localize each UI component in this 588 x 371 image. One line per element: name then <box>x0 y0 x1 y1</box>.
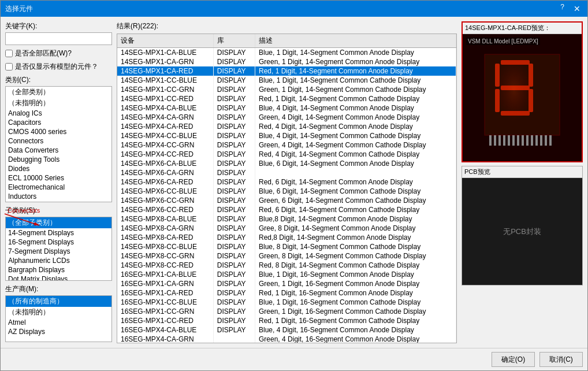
table-row[interactable]: 16SEG-MPX1-CC-GRNDISPLAYGreen, 1 Digit, … <box>117 307 456 316</box>
cancel-button[interactable]: 取消(C) <box>539 352 583 367</box>
table-row[interactable]: 14SEG-MPX6-CA-GRNDISPLAY <box>117 168 456 177</box>
table-row[interactable]: 14SEG-MPX8-CC-REDDISPLAYRed, 8 Digit, 14… <box>117 261 456 270</box>
table-row[interactable]: 14SEG-MPX4-CC-GRNDISPLAYGreen, 4 Digit, … <box>117 140 456 150</box>
category-item[interactable]: Analog ICs <box>6 109 111 118</box>
subcategory-item[interactable]: （全部子类别） <box>6 217 111 228</box>
left-panel: 关键字(K): 是否全部匹配(W)? 是否仅显示有模型的元件？ 类别(C): （… <box>5 21 112 343</box>
table-row[interactable]: 14SEG-MPX8-CA-GRNDISPLAYGree, 8 Digit, 1… <box>117 224 456 233</box>
category-section: 类别(C): （全部类别）（未指明的）Analog ICsCapacitorsC… <box>5 75 112 202</box>
table-row[interactable]: 14SEG-MPX1-CC-BLUEDISPLAYBlue, 1 Digit, … <box>117 76 456 85</box>
cell-device: 14SEG-MPX4-CC-RED <box>117 150 213 159</box>
table-row[interactable]: 14SEG-MPX4-CA-REDDISPLAYRed, 4 Digit, 14… <box>117 122 456 131</box>
svg-rect-23 <box>496 59 532 121</box>
subcategory-item[interactable]: Dot Matrix Displays <box>6 274 111 281</box>
svg-rect-19 <box>535 135 538 146</box>
subcategory-item[interactable]: 16-Segment Displays <box>6 238 111 247</box>
category-item[interactable]: Laplace Primitives <box>6 201 111 202</box>
cell-device: 16SEG-MPX4-CA-BLUE <box>117 325 213 335</box>
table-row[interactable]: 14SEG-MPX1-CA-GRNDISPLAYGreen, 1 Digit, … <box>117 57 456 66</box>
cell-desc: Green, 4 Digit, 14-Segment Common Cathod… <box>255 140 456 150</box>
table-row[interactable]: 14SEG-MPX6-CA-BLUEDISPLAYBlue, 6 Digit, … <box>117 159 456 168</box>
cell-desc: Red, 1 Digit, 16-Segment Common Anode Di… <box>255 288 456 298</box>
table-row[interactable]: 14SEG-MPX1-CC-REDDISPLAYRed, 1 Digit, 14… <box>117 94 456 103</box>
table-row[interactable]: 14SEG-MPX1-CA-REDDISPLAYRed, 1 Digit, 14… <box>117 66 456 76</box>
cell-lib: DISPLAY <box>213 196 255 205</box>
table-row[interactable]: 16SEG-MPX1-CC-BLUEDISPLAYBlue, 1 Digit, … <box>117 298 456 307</box>
cell-lib: DISPLAY <box>213 325 255 335</box>
table-row[interactable]: 14SEG-MPX8-CC-BLUEDISPLAYBlue, 8 Digit, … <box>117 242 456 251</box>
table-row[interactable]: 14SEG-MPX8-CA-REDDISPLAYRed,8 Digit, 14-… <box>117 233 456 242</box>
table-row[interactable]: 14SEG-MPX8-CC-GRNDISPLAYGreen, 8 Digit, … <box>117 251 456 261</box>
cell-device: 14SEG-MPX4-CA-RED <box>117 122 213 131</box>
subcategory-item[interactable]: Alphanumeric LCDs <box>6 256 111 265</box>
category-listbox[interactable]: （全部类别）（未指明的）Analog ICsCapacitorsCMOS 400… <box>5 86 112 202</box>
table-row[interactable]: 16SEG-MPX4-CA-BLUEDISPLAYBlue, 4 Digit, … <box>117 325 456 335</box>
table-row[interactable]: 16SEG-MPX1-CA-GRNDISPLAYGreen, 1 Digit, … <box>117 279 456 288</box>
cell-device: 16SEG-MPX4-CA-GRN <box>117 335 213 343</box>
table-row[interactable]: 16SEG-MPX1-CA-REDDISPLAYRed, 1 Digit, 16… <box>117 288 456 298</box>
cell-lib: DISPLAY <box>213 224 255 233</box>
cell-lib: DISPLAY <box>213 177 255 187</box>
table-row[interactable]: 14SEG-MPX4-CC-REDDISPLAYRed, 4 Digit, 14… <box>117 150 456 159</box>
category-item[interactable]: Connectors <box>6 136 111 146</box>
cell-lib: DISPLAY <box>213 131 255 140</box>
manufacturer-item[interactable]: （所有的制造商） <box>6 296 111 307</box>
table-row[interactable]: 14SEG-MPX1-CC-GRNDISPLAYGreen, 1 Digit, … <box>117 85 456 94</box>
table-row[interactable]: 16SEG-MPX1-CA-BLUEDISPLAYBlue, 1 Digit, … <box>117 270 456 279</box>
checkbox2[interactable] <box>5 63 13 71</box>
manufacturer-item[interactable]: AZ Displays <box>6 327 111 336</box>
subcategory-item[interactable]: 7-Segment Displays <box>6 247 111 256</box>
table-row[interactable]: 14SEG-MPX4-CA-BLUEDISPLAYBlue, 4 Digit, … <box>117 103 456 113</box>
manufacturer-item[interactable]: Atmel <box>6 318 111 327</box>
subcategory-listbox[interactable]: （全部子类别）14-Segment Displays16-Segment Dis… <box>5 217 112 281</box>
cell-lib: DISPLAY <box>213 159 255 168</box>
keyword-input[interactable] <box>5 32 112 45</box>
table-row[interactable]: 14SEG-MPX4-CC-BLUEDISPLAYBlue, 4 Digit, … <box>117 131 456 140</box>
category-item[interactable]: Electromechanical <box>6 183 111 192</box>
category-item[interactable]: ECL 10000 Series <box>6 173 111 183</box>
cell-device: 14SEG-MPX8-CA-RED <box>117 233 213 242</box>
table-row[interactable]: 14SEG-MPX4-CA-GRNDISPLAYGreen, 4 Digit, … <box>117 113 456 122</box>
category-item[interactable]: Capacitors <box>6 118 111 127</box>
component-preview-section: 14SEG-MPX1-CA-RED预览： VSM DLL Model [LEDM… <box>462 21 583 162</box>
category-item[interactable]: （未指明的） <box>6 98 111 109</box>
subcategory-item[interactable]: Bargraph Displays <box>6 265 111 274</box>
subcategory-item[interactable]: 14-Segment Displays <box>6 228 111 238</box>
category-item[interactable]: Inductors <box>6 192 111 201</box>
checkbox1[interactable] <box>5 50 13 57</box>
close-button[interactable]: ✕ <box>571 3 583 14</box>
preview-image: VSM DLL Model [LEDMPX] <box>463 34 582 161</box>
category-item[interactable]: CMOS 4000 series <box>6 127 111 136</box>
help-button[interactable]: ? <box>560 3 564 14</box>
manufacturer-item[interactable]: （未指明的） <box>6 307 111 318</box>
cell-desc: Blue,8 Digit, 14-Segment Common Anode Di… <box>255 214 456 224</box>
table-row[interactable]: 14SEG-MPX6-CC-REDDISPLAYRed, 6 Digit, 14… <box>117 205 456 214</box>
cell-lib: DISPLAY <box>213 140 255 150</box>
cell-device: 14SEG-MPX8-CC-RED <box>117 261 213 270</box>
table-row[interactable]: 14SEG-MPX6-CA-REDDISPLAYRed, 6 Digit, 14… <box>117 177 456 187</box>
results-table-container[interactable]: 设备 库 描述 14SEG-MPX1-CA-BLUEDISPLAYBlue, 1… <box>117 34 457 343</box>
category-item[interactable]: Diodes <box>6 164 111 173</box>
cell-lib: DISPLAY <box>213 168 255 177</box>
cell-desc: Red, 4 Digit, 14-Segment Common Cathode … <box>255 150 456 159</box>
table-row[interactable]: 14SEG-MPX1-CA-BLUEDISPLAYBlue, 1 Digit, … <box>117 48 456 58</box>
table-row[interactable]: 14SEG-MPX6-CC-GRNDISPLAYGreen, 6 Digit, … <box>117 196 456 205</box>
preview-title: 14SEG-MPX1-CA-RED预览： <box>463 23 582 34</box>
table-row[interactable]: 14SEG-MPX8-CA-BLUEDISPLAYBlue,8 Digit, 1… <box>117 214 456 224</box>
table-row[interactable]: 16SEG-MPX1-CC-REDDISPLAYRed, 1 Digit, 16… <box>117 316 456 325</box>
svg-rect-9 <box>489 135 492 146</box>
cell-device: 14SEG-MPX1-CC-GRN <box>117 85 213 94</box>
category-item[interactable]: Data Converters <box>6 146 111 155</box>
category-item[interactable]: Debugging Tools <box>6 155 111 164</box>
vsm-label: VSM DLL Model [LEDMPX] <box>466 38 540 45</box>
table-row[interactable]: 16SEG-MPX4-CA-GRNGreen, 4 Digit, 16-Segm… <box>117 335 456 343</box>
table-row[interactable]: 14SEG-MPX6-CC-BLUEDISPLAYBlue, 6 Digit, … <box>117 187 456 196</box>
select-component-dialog: 选择元件 ? ✕ 关键字(K): 是否全部匹配(W)? 是否仅显示有模型的元件？ <box>0 0 588 371</box>
cell-device: 16SEG-MPX1-CC-BLUE <box>117 298 213 307</box>
category-item[interactable]: （全部类别） <box>6 87 111 98</box>
checkbox1-row: 是否全部匹配(W)? <box>5 49 112 58</box>
ok-button[interactable]: 确定(O) <box>492 352 535 367</box>
cell-lib: DISPLAY <box>213 103 255 113</box>
manufacturer-listbox[interactable]: （所有的制造商）（未指明的）AtmelAZ Displays <box>5 295 112 342</box>
title-bar-buttons: ? ✕ <box>560 3 583 14</box>
